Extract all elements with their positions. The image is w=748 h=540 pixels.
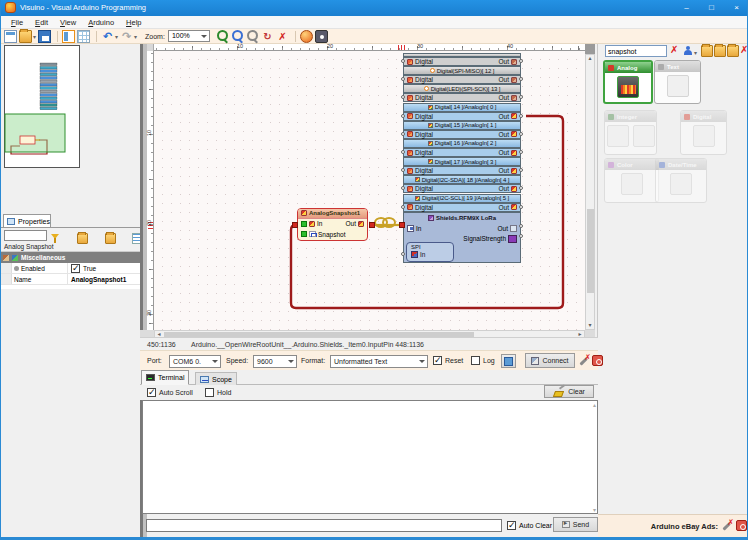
shield-in-pin-icon[interactable]: [407, 225, 414, 232]
scroll-down-icon[interactable]: ▾: [593, 506, 596, 513]
menu-arduino[interactable]: Arduino: [83, 18, 119, 27]
new-folder-icon[interactable]: [701, 45, 713, 57]
view-structure-icon[interactable]: [62, 30, 75, 43]
property-checkbox[interactable]: [71, 264, 80, 273]
connect-button[interactable]: Connect: [525, 353, 575, 368]
terminal-output[interactable]: ▴ ▾: [142, 400, 598, 514]
port-combobox[interactable]: COM6 0.: [169, 355, 221, 368]
signal-strength-pin-icon[interactable]: [508, 235, 517, 243]
pin-connector[interactable]: [401, 95, 405, 99]
chevron-down-icon[interactable]: ▾: [115, 33, 118, 40]
component-tile[interactable]: [633, 125, 655, 147]
send-button[interactable]: Send: [553, 517, 598, 532]
maximize-button[interactable]: □: [699, 0, 724, 16]
palette-card-date-time[interactable]: Date/Time: [655, 158, 707, 203]
spi-sub-block[interactable]: SPI In: [406, 242, 454, 262]
scroll-up-icon[interactable]: ▴: [593, 401, 596, 408]
pin-connector[interactable]: [401, 59, 405, 63]
expand-folders-icon[interactable]: [77, 233, 88, 244]
filter-user-icon[interactable]: [682, 45, 694, 57]
shield-out-pin-icon[interactable]: [510, 225, 517, 232]
chevron-down-icon[interactable]: ▾: [33, 33, 36, 40]
tab-terminal[interactable]: Terminal: [141, 370, 189, 385]
speed-combobox[interactable]: 9600: [253, 355, 297, 368]
board-pin-row[interactable]: DigitalOut: [403, 166, 521, 175]
pin-connector[interactable]: [401, 186, 405, 190]
pin-connector[interactable]: [401, 205, 405, 209]
tab-properties[interactable]: Properties: [3, 214, 51, 228]
send-input[interactable]: [146, 519, 502, 532]
ads-settings-icon[interactable]: [721, 520, 733, 531]
component-tile[interactable]: [693, 125, 715, 147]
property-category-row[interactable]: Miscellaneous: [1, 252, 140, 263]
analog-snapshot-block[interactable]: AnalogSnapshot1 In Out Snapshot: [297, 208, 368, 241]
zoom-out-icon[interactable]: [231, 30, 244, 43]
spi-in-pin-icon[interactable]: [411, 251, 418, 258]
undo-icon[interactable]: [101, 30, 114, 43]
menu-file[interactable]: File: [6, 18, 28, 27]
close-button[interactable]: ×: [724, 0, 748, 16]
close-palette-icon[interactable]: [739, 45, 748, 57]
palette-card-analog[interactable]: Analog: [603, 60, 653, 104]
component-tile[interactable]: [617, 76, 639, 98]
ads-close-icon[interactable]: [736, 520, 747, 531]
palette-card-integer[interactable]: Integer: [604, 110, 657, 155]
hold-checkbox[interactable]: [205, 388, 214, 397]
board-pin-row[interactable]: DigitalOut: [403, 130, 521, 139]
scrollbar-thumb[interactable]: [587, 209, 594, 293]
log-checkbox[interactable]: [471, 356, 480, 365]
clear-button[interactable]: Clear: [544, 385, 594, 398]
chevron-down-icon[interactable]: ▾: [134, 33, 137, 40]
auto-clear-checkbox[interactable]: [507, 521, 516, 530]
board-pin-row[interactable]: DigitalOut: [403, 57, 521, 66]
menu-view[interactable]: View: [55, 18, 81, 27]
redo-icon[interactable]: [120, 30, 133, 43]
refresh-icon[interactable]: [261, 30, 274, 43]
pin-connector[interactable]: [519, 114, 523, 118]
pin-connector[interactable]: [519, 132, 523, 136]
board-pin-row[interactable]: DigitalOut: [403, 148, 521, 157]
auto-scroll-checkbox[interactable]: [147, 388, 156, 397]
palette-card-digital[interactable]: Digital: [680, 110, 727, 155]
board-pin-row[interactable]: DigitalOut: [403, 203, 521, 212]
log-file-button[interactable]: [501, 354, 516, 368]
minimap-overview[interactable]: [4, 45, 80, 168]
design-canvas[interactable]: DigitalOutDigital(SPI-MISO)[ 12 ]Digital…: [154, 51, 585, 330]
board-pin-row[interactable]: DigitalOut: [403, 93, 521, 102]
palette-card-color[interactable]: Color: [604, 158, 659, 203]
board-pin-row[interactable]: DigitalOut: [403, 184, 521, 193]
property-filter-input[interactable]: [4, 230, 47, 241]
tab-scope[interactable]: Scope: [195, 372, 237, 385]
minimap-viewport[interactable]: [5, 114, 65, 152]
delete-icon[interactable]: [276, 30, 289, 43]
snapshot-clock-pin[interactable]: [301, 231, 307, 237]
gallery-icon[interactable]: [315, 30, 328, 43]
property-row-name[interactable]: NameAnalogSnapshot1: [1, 274, 140, 285]
pin-connector[interactable]: [401, 150, 405, 154]
menu-edit[interactable]: Edit: [30, 18, 53, 27]
board-pin-row[interactable]: DigitalOut: [403, 112, 521, 121]
board-pin-row[interactable]: DigitalOut: [403, 75, 521, 84]
web-link-icon[interactable]: [300, 30, 313, 43]
component-tile[interactable]: [621, 173, 643, 195]
minimize-button[interactable]: –: [674, 0, 699, 16]
disconnect-icon[interactable]: [592, 355, 603, 366]
format-combobox[interactable]: Unformatted Text: [330, 355, 428, 368]
canvas-vertical-scrollbar[interactable]: ▴ ▾: [585, 54, 595, 330]
component-tile[interactable]: [667, 75, 689, 97]
shield-rfm9x-lora-block[interactable]: Shields.RFM9X LoRa In Out SignalStrength…: [403, 212, 521, 263]
reset-checkbox[interactable]: [433, 356, 442, 365]
collapse-folders-icon[interactable]: [105, 233, 116, 244]
component-tile[interactable]: [607, 125, 629, 147]
pin-connector[interactable]: [401, 168, 405, 172]
component-search-input[interactable]: [605, 45, 667, 57]
pin-connector[interactable]: [401, 114, 405, 118]
property-row-enabled[interactable]: EnabledTrue: [1, 263, 140, 274]
arduino-board-block[interactable]: DigitalOutDigital(SPI-MISO)[ 12 ]Digital…: [403, 51, 521, 263]
zoom-combobox[interactable]: 100%: [168, 30, 210, 42]
open-project-icon[interactable]: [19, 30, 32, 43]
snapshot-in-pin[interactable]: [301, 221, 307, 227]
connection-settings-icon[interactable]: [578, 355, 590, 366]
pin-connector[interactable]: [401, 252, 405, 256]
pin-connector[interactable]: [401, 77, 405, 81]
